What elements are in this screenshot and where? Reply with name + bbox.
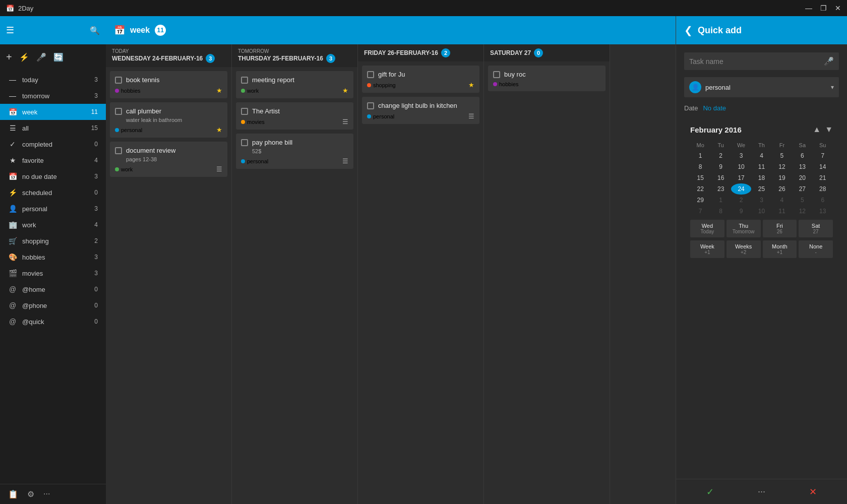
task-card-buy-roc[interactable]: buy roc hobbies: [488, 66, 606, 91]
close-button[interactable]: ✕: [835, 4, 841, 12]
calendar-day-cell[interactable]: 4: [772, 195, 792, 206]
calendar-day-cell[interactable]: 13: [792, 161, 812, 172]
confirm-button[interactable]: ✓: [706, 486, 714, 497]
sidebar-item-tomorrow[interactable]: — tomorrow 3: [0, 88, 106, 104]
settings-button[interactable]: ⚙: [27, 489, 34, 499]
calendar-day-cell[interactable]: 14: [813, 161, 833, 172]
task-name-input[interactable]: [689, 57, 824, 66]
calendar-day-cell[interactable]: 3: [751, 195, 771, 206]
sidebar-item-at-home[interactable]: @ @home 0: [0, 281, 106, 297]
calendar-day-cell[interactable]: 5: [792, 195, 812, 206]
calendar-day-cell[interactable]: 29: [690, 195, 710, 206]
calendar-day-cell[interactable]: 1: [690, 150, 710, 161]
cancel-button[interactable]: ✕: [809, 486, 817, 497]
calendar-day-cell[interactable]: 21: [813, 172, 833, 183]
minimize-button[interactable]: —: [805, 4, 812, 12]
calendar-shortcut-button[interactable]: ThuTomorrow: [727, 220, 761, 237]
task-card-call-plumber[interactable]: call plumber water leak in bathroom pers…: [110, 102, 227, 138]
maximize-button[interactable]: ❐: [820, 4, 827, 12]
list-icon[interactable]: ☰: [342, 157, 348, 165]
list-selector[interactable]: 👤 personal ▾: [684, 77, 839, 97]
calendar-day-cell[interactable]: 18: [751, 172, 771, 183]
calendar-day-cell[interactable]: 5: [772, 150, 792, 161]
quick-add-back-button[interactable]: ❮: [684, 24, 693, 36]
sidebar-item-hobbies[interactable]: 🎨 hobbies 3: [0, 249, 106, 265]
star-icon[interactable]: ★: [342, 87, 348, 94]
calendar-day-cell[interactable]: 16: [710, 172, 731, 183]
task-checkbox[interactable]: [367, 71, 374, 78]
calendar-day-cell[interactable]: 25: [751, 183, 771, 195]
calendar-day-cell[interactable]: 15: [690, 172, 710, 183]
calendar-shortcut-button[interactable]: Sat27: [799, 220, 833, 237]
sidebar-item-week[interactable]: 📅 week 11: [0, 104, 106, 120]
calendar-shortcut-button[interactable]: WedToday: [690, 220, 724, 237]
list-icon[interactable]: ☰: [216, 165, 222, 173]
task-checkbox[interactable]: [241, 77, 248, 84]
calendar-day-cell[interactable]: 26: [772, 183, 792, 195]
sidebar-item-at-quick[interactable]: @ @quick 0: [0, 313, 106, 330]
task-card-the-artist[interactable]: The Artist movies ☰: [236, 102, 353, 130]
star-icon[interactable]: ★: [468, 81, 474, 89]
add-task-button[interactable]: +: [6, 51, 12, 63]
task-card-book-tennis[interactable]: book tennis hobbies ★: [110, 71, 227, 98]
calendar-day-cell[interactable]: 10: [731, 161, 751, 172]
task-card-pay-phone-bill[interactable]: pay phone bill 52$ personal ☰: [236, 134, 353, 169]
more-options-button[interactable]: ···: [43, 489, 50, 499]
calendar-shortcut-button[interactable]: Weeks+2: [727, 240, 761, 258]
calendar-day-cell[interactable]: 27: [792, 183, 812, 195]
mic-button[interactable]: 🎤: [36, 52, 46, 62]
calendar-shortcut-button[interactable]: Month+1: [763, 240, 797, 258]
sidebar-item-shopping[interactable]: 🛒 shopping 2: [0, 233, 106, 249]
calendar-day-cell[interactable]: 11: [751, 161, 771, 172]
sidebar-item-movies[interactable]: 🎬 movies 3: [0, 265, 106, 281]
calendar-day-cell[interactable]: 8: [690, 161, 710, 172]
calendar-day-cell[interactable]: 4: [751, 150, 771, 161]
task-checkbox[interactable]: [115, 77, 122, 84]
star-icon[interactable]: ★: [216, 87, 222, 94]
calendar-shortcut-button[interactable]: None-: [799, 240, 833, 258]
mic-icon[interactable]: 🎤: [824, 56, 834, 66]
sidebar-item-work[interactable]: 🏢 work 4: [0, 217, 106, 233]
calendar-day-cell[interactable]: 6: [813, 195, 833, 206]
sidebar-search-button[interactable]: 🔍: [90, 26, 100, 35]
new-list-button[interactable]: 📋: [8, 489, 18, 499]
calendar-day-cell[interactable]: 1: [710, 195, 731, 206]
calendar-day-cell[interactable]: 22: [690, 183, 710, 195]
more-actions-button[interactable]: ···: [758, 486, 765, 497]
sidebar-item-completed[interactable]: ✓ completed 0: [0, 136, 106, 152]
calendar-day-cell[interactable]: 12: [772, 161, 792, 172]
calendar-day-cell[interactable]: 12: [792, 206, 812, 217]
calendar-day-cell[interactable]: 7: [690, 206, 710, 217]
list-icon[interactable]: ☰: [468, 112, 474, 120]
date-value-button[interactable]: No date: [703, 104, 726, 112]
task-card-meeting-report[interactable]: meeting report work ★: [236, 71, 353, 98]
calendar-day-cell[interactable]: 23: [710, 183, 731, 195]
task-checkbox[interactable]: [241, 139, 248, 146]
sidebar-item-favorite[interactable]: ★ favorite 4: [0, 152, 106, 168]
task-card-gift-for-ju[interactable]: gift for Ju shopping ★: [362, 66, 479, 93]
bolt-button[interactable]: ⚡: [19, 52, 29, 62]
calendar-next-button[interactable]: ▼: [825, 125, 833, 134]
calendar-day-cell[interactable]: 7: [813, 150, 833, 161]
sidebar-item-all[interactable]: ☰ all 15: [0, 120, 106, 136]
calendar-day-cell[interactable]: 19: [772, 172, 792, 183]
calendar-day-cell[interactable]: 3: [731, 150, 751, 161]
calendar-day-cell[interactable]: 24: [731, 183, 751, 195]
task-checkbox[interactable]: [367, 102, 374, 109]
sidebar-item-no-due-date[interactable]: 📅 no due date 3: [0, 168, 106, 184]
sidebar-item-today[interactable]: — today 3: [0, 72, 106, 88]
star-icon[interactable]: ★: [216, 126, 222, 134]
calendar-day-cell[interactable]: 2: [731, 195, 751, 206]
task-checkbox[interactable]: [115, 147, 122, 154]
calendar-day-cell[interactable]: 20: [792, 172, 812, 183]
calendar-day-cell[interactable]: 17: [731, 172, 751, 183]
list-icon[interactable]: ☰: [342, 118, 348, 125]
calendar-day-cell[interactable]: 9: [731, 206, 751, 217]
calendar-day-cell[interactable]: 6: [792, 150, 812, 161]
calendar-day-cell[interactable]: 10: [751, 206, 771, 217]
calendar-day-cell[interactable]: 9: [710, 161, 731, 172]
hamburger-menu-button[interactable]: ☰: [6, 25, 14, 36]
sidebar-item-personal[interactable]: 👤 personal 3: [0, 201, 106, 217]
window-controls[interactable]: — ❐ ✕: [805, 4, 841, 12]
calendar-day-cell[interactable]: 28: [813, 183, 833, 195]
